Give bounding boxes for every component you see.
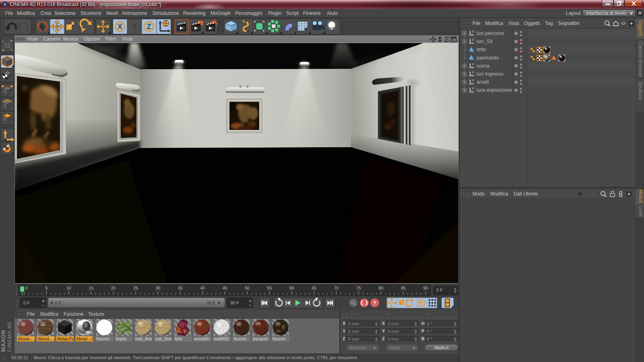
svg-text:tetto: tetto — [477, 47, 486, 52]
svg-text:65: 65 — [312, 286, 316, 290]
svg-text:luci percorso: luci percorso — [477, 31, 504, 36]
svg-text:0: 0 — [472, 78, 474, 82]
svg-text:0: 0 — [25, 286, 28, 290]
svg-text:scena: scena — [477, 63, 489, 69]
svg-text:40: 40 — [200, 286, 205, 290]
svg-text:0: 0 — [472, 38, 474, 41]
svg-text:80: 80 — [379, 286, 384, 290]
svg-text:90 F: 90 F — [206, 300, 215, 305]
svg-text:45: 45 — [223, 286, 227, 290]
svg-text:10: 10 — [66, 286, 71, 290]
svg-text:0 F: 0 F — [55, 300, 62, 305]
svg-text:X: X — [118, 23, 122, 31]
svg-text:35: 35 — [178, 286, 183, 290]
svg-text:60: 60 — [289, 286, 294, 290]
svg-text:luci_SX: luci_SX — [477, 39, 493, 44]
svg-text:?: ? — [373, 300, 376, 306]
svg-text:50: 50 — [245, 286, 250, 290]
svg-text:luci ingresso: luci ingresso — [477, 71, 504, 77]
svg-text:P: P — [420, 300, 423, 306]
svg-text:Y: Y — [132, 23, 137, 31]
svg-text:55: 55 — [267, 286, 272, 290]
svg-text:0: 0 — [472, 62, 474, 66]
svg-text:75: 75 — [356, 286, 361, 290]
svg-text:0: 0 — [472, 86, 474, 90]
svg-text:85: 85 — [401, 286, 406, 290]
svg-text:luce esposizione: luce esposizione — [477, 87, 512, 93]
svg-text:15: 15 — [89, 286, 93, 290]
svg-text:0: 0 — [472, 70, 474, 74]
svg-text:pavimento: pavimento — [477, 55, 499, 61]
svg-text:0 F: 0 F — [23, 300, 30, 305]
svg-text:0: 0 — [472, 30, 474, 33]
svg-text:90 F: 90 F — [230, 300, 239, 305]
svg-text:20: 20 — [111, 286, 116, 290]
svg-text:70: 70 — [334, 286, 339, 290]
svg-text:30: 30 — [156, 286, 161, 290]
svg-text:Z: Z — [147, 23, 151, 31]
svg-text:90: 90 — [423, 286, 428, 290]
svg-text:arredi: arredi — [477, 79, 489, 85]
svg-text:25: 25 — [133, 286, 138, 290]
svg-text:5: 5 — [45, 286, 47, 290]
